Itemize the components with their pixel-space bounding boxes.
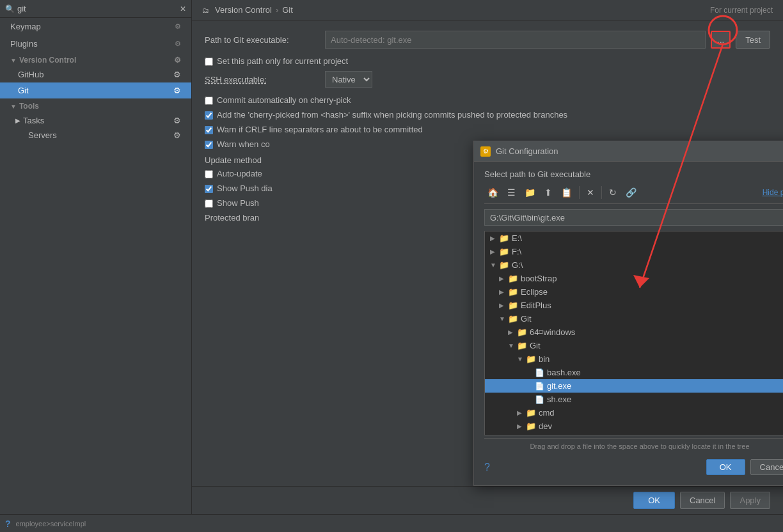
add-cherry-picked-checkbox[interactable] bbox=[205, 111, 213, 120]
tree-item-sh-exe[interactable]: 📄 sh.exe bbox=[485, 393, 783, 406]
dialog-body: Select path to Git executable 🏠 ☰ 📁 ⬆ 📋 … bbox=[474, 162, 783, 485]
sidebar-item-plugins[interactable]: Plugins ⚙ bbox=[0, 35, 191, 52]
g-drive-folder-icon: 📁 bbox=[499, 260, 509, 270]
show-push-dialog-checkbox[interactable] bbox=[205, 185, 213, 193]
tree-item-git-root[interactable]: ▼ 📁 Git bbox=[485, 312, 783, 325]
breadcrumb-icon: 🗂 bbox=[202, 6, 209, 14]
add-cherry-picked-label: Add the 'cherry-picked from <hash>' suff… bbox=[217, 110, 567, 120]
dialog-cancel-button[interactable]: Cancel bbox=[750, 459, 783, 475]
dialog-help-icon[interactable]: ? bbox=[484, 462, 490, 473]
dev-label: dev bbox=[539, 421, 552, 431]
bin-label: bin bbox=[539, 354, 550, 364]
bottom-help-icon[interactable]: ? bbox=[5, 519, 11, 529]
show-push-checkbox[interactable] bbox=[205, 199, 213, 208]
bash-file-icon: 📄 bbox=[535, 368, 544, 377]
tree-item-git-64bit[interactable]: ▶ 📁 64⌑windows bbox=[485, 325, 783, 339]
cmd-folder-icon: 📁 bbox=[526, 408, 536, 418]
ssh-row: SSH executable: Native Built-in bbox=[205, 71, 770, 88]
git-64bit-label: 64⌑windows bbox=[530, 327, 575, 337]
tasks-arrow: ▶ bbox=[15, 117, 20, 124]
toolbar-separator bbox=[579, 186, 580, 199]
auto-update-checkbox[interactable] bbox=[205, 170, 213, 178]
cmd-label: cmd bbox=[539, 408, 555, 418]
test-button[interactable]: Test bbox=[736, 31, 770, 49]
main-buttons: OK Cancel Apply bbox=[192, 486, 783, 514]
git-64bit-folder-icon: 📁 bbox=[517, 327, 527, 337]
warn-crlf-checkbox[interactable] bbox=[205, 126, 213, 134]
sidebar-section-tools[interactable]: ▼ Tools bbox=[0, 98, 191, 113]
dialog-ok-button[interactable]: OK bbox=[706, 459, 745, 475]
sidebar-item-servers[interactable]: Servers ⚙ bbox=[0, 127, 191, 143]
git-inner-folder-icon: 📁 bbox=[517, 341, 527, 350]
bootstrap-folder-icon: 📁 bbox=[508, 274, 518, 283]
tree-item-dev[interactable]: ▶ 📁 dev bbox=[485, 419, 783, 433]
main-apply-button[interactable]: Apply bbox=[730, 492, 770, 509]
ssh-select[interactable]: Native Built-in bbox=[325, 71, 372, 88]
ssh-label: SSH executable: bbox=[205, 75, 320, 84]
toolbar-home-button[interactable]: 🏠 bbox=[484, 185, 502, 199]
clear-icon[interactable]: ✕ bbox=[180, 4, 186, 13]
hide-path-link[interactable]: Hide path bbox=[763, 188, 783, 197]
git-exe-file-icon: 📄 bbox=[535, 382, 544, 391]
bottom-path-text: employee>serviceImpl bbox=[16, 520, 86, 528]
commit-cherry-pick-label: Commit automatically on cherry-pick bbox=[217, 95, 351, 105]
tree-item-git-inner[interactable]: ▼ 📁 Git bbox=[485, 339, 783, 352]
sidebar-section-tasks[interactable]: ▶ Tasks ⚙ bbox=[0, 113, 191, 127]
tree-item-eclipse[interactable]: ▶ 📁 Eclipse bbox=[485, 285, 783, 299]
toolbar-folder-new-button[interactable]: 📁 bbox=[521, 185, 539, 199]
g-drive-label: G:\ bbox=[512, 260, 523, 270]
tree-item-bin[interactable]: ▼ 📁 bin bbox=[485, 352, 783, 366]
tree-item-f-drive[interactable]: ▶ 📁 F:\ bbox=[485, 245, 783, 258]
bash-label: bash.exe bbox=[547, 368, 581, 377]
git-settings-icon: ⚙ bbox=[173, 86, 181, 95]
e-drive-arrow: ▶ bbox=[490, 235, 499, 242]
dev-arrow: ▶ bbox=[517, 423, 526, 430]
toolbar-refresh-button[interactable]: ↻ bbox=[606, 185, 620, 199]
set-path-label: Set this path only for current project bbox=[217, 56, 348, 66]
toolbar-folder-move-button[interactable]: 📋 bbox=[558, 185, 575, 199]
tree-item-editplus[interactable]: ▶ 📁 EditPlus bbox=[485, 299, 783, 312]
plugins-settings-icon: ⚙ bbox=[175, 40, 181, 48]
breadcrumb-project: For current project bbox=[710, 6, 773, 15]
toolbar-list-button[interactable]: ☰ bbox=[504, 185, 519, 199]
warn-when-checkbox[interactable] bbox=[205, 141, 213, 149]
breadcrumb-section: Version Control bbox=[215, 5, 272, 15]
dialog-title: Git Configuration bbox=[496, 146, 783, 156]
tree-item-cmd[interactable]: ▶ 📁 cmd bbox=[485, 406, 783, 419]
github-settings-icon: ⚙ bbox=[173, 70, 181, 79]
f-drive-label: F:\ bbox=[512, 247, 521, 256]
tree-item-git-exe[interactable]: 📄 git.exe bbox=[485, 379, 783, 393]
protected-branches-label: Protected bran bbox=[205, 213, 259, 223]
commit-cherry-pick-checkbox[interactable] bbox=[205, 97, 213, 105]
etc-label: etc bbox=[539, 435, 550, 435]
update-method-label: Update method bbox=[205, 155, 262, 165]
toolbar-link-button[interactable]: 🔗 bbox=[622, 185, 640, 199]
file-tree[interactable]: ▶ 📁 E:\ ▶ 📁 F:\ ▼ 📁 G:\ bbox=[484, 231, 783, 435]
sh-file-icon: 📄 bbox=[535, 395, 544, 404]
search-input[interactable] bbox=[17, 4, 180, 13]
sidebar-item-git[interactable]: Git ⚙ bbox=[0, 82, 191, 98]
sidebar-section-version-control[interactable]: ▼ Version Control ⚙ bbox=[0, 52, 191, 66]
breadcrumb-separator: › bbox=[276, 5, 278, 15]
toolbar-delete-button[interactable]: ✕ bbox=[583, 185, 597, 199]
tree-item-etc[interactable]: ▶ 📁 etc bbox=[485, 433, 783, 435]
tree-item-e-drive[interactable]: ▶ 📁 E:\ bbox=[485, 231, 783, 245]
git-path-input[interactable] bbox=[325, 31, 706, 49]
bin-arrow: ▼ bbox=[517, 356, 526, 363]
git-inner-label: Git bbox=[530, 341, 541, 350]
sidebar-item-github[interactable]: GitHub ⚙ bbox=[0, 66, 191, 82]
path-display: G:\Git\Git\bin\git.exe ⬇ bbox=[484, 209, 783, 226]
add-cherry-picked-row: Add the 'cherry-picked from <hash>' suff… bbox=[205, 110, 770, 120]
main-cancel-button[interactable]: Cancel bbox=[680, 492, 725, 509]
toolbar-folder-up-button[interactable]: ⬆ bbox=[541, 185, 555, 199]
tree-item-bootstrap[interactable]: ▶ 📁 bootStrap bbox=[485, 272, 783, 285]
main-ok-button[interactable]: OK bbox=[633, 492, 675, 509]
bash-arrow bbox=[526, 369, 535, 376]
etc-folder-icon: 📁 bbox=[526, 435, 536, 435]
tree-item-g-drive[interactable]: ▼ 📁 G:\ bbox=[485, 258, 783, 272]
tree-item-bash-exe[interactable]: 📄 bash.exe bbox=[485, 366, 783, 379]
browse-button[interactable]: ... bbox=[711, 31, 731, 49]
set-path-checkbox[interactable] bbox=[205, 58, 213, 66]
search-bar: 🔍 ✕ bbox=[0, 0, 191, 18]
sidebar-item-keymap[interactable]: Keymap ⚙ bbox=[0, 18, 191, 35]
